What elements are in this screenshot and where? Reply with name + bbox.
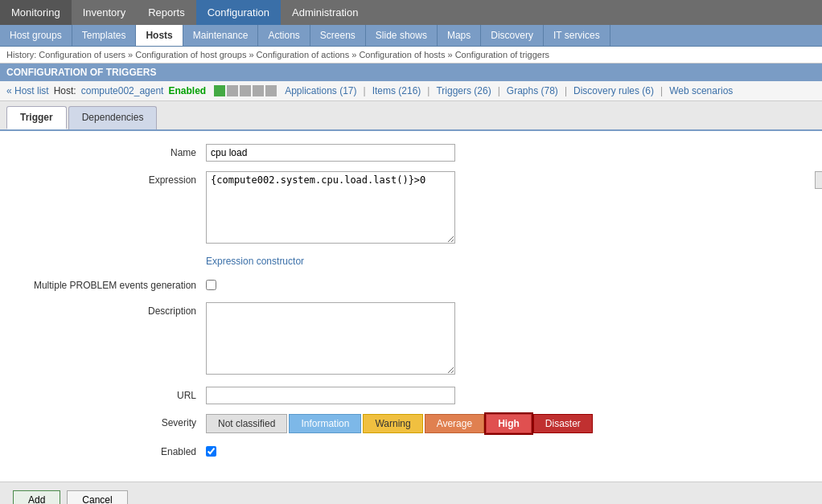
nav-reports[interactable]: Reports [137, 0, 196, 25]
nav-discovery[interactable]: Discovery [481, 25, 544, 46]
breadcrumb: History: Configuration of users » Config… [0, 47, 822, 64]
name-field [206, 144, 809, 162]
top-navigation: Monitoring Inventory Reports Configurati… [0, 0, 822, 25]
status-icon-4 [253, 85, 264, 96]
nav-it-services[interactable]: IT services [544, 25, 610, 46]
severity-label: Severity [13, 414, 206, 428]
nav-administration[interactable]: Administration [281, 0, 369, 25]
nav-inventory[interactable]: Inventory [72, 0, 137, 25]
expression-constructor-row: Expression constructor [13, 256, 809, 267]
expression-textarea[interactable]: {compute002.system.cpu.load.last()}>0 [206, 171, 455, 244]
name-row: Name [13, 144, 809, 162]
url-input[interactable] [206, 387, 455, 404]
web-scenarios-link[interactable]: Web scenarios [669, 85, 733, 96]
status-icon-5 [265, 85, 277, 96]
expression-add-button[interactable]: Add [815, 171, 822, 189]
name-input[interactable] [206, 144, 455, 162]
multiple-events-row: Multiple PROBLEM events generation [13, 277, 809, 293]
tab-trigger[interactable]: Trigger [6, 106, 67, 129]
nav-configuration[interactable]: Configuration [196, 0, 281, 25]
status-icon-3 [240, 85, 251, 96]
add-button[interactable]: Add [13, 490, 60, 504]
enabled-row: Enabled [13, 443, 809, 459]
severity-buttons: Not classified Information Warning Avera… [206, 414, 809, 433]
nav-actions[interactable]: Actions [258, 25, 310, 46]
config-header: CONFIGURATION OF TRIGGERS [0, 64, 822, 81]
nav-templates[interactable]: Templates [72, 25, 137, 46]
footer-bar: Add Cancel [0, 481, 822, 504]
severity-warning[interactable]: Warning [363, 414, 422, 433]
nav-maps[interactable]: Maps [438, 25, 481, 46]
nav-monitoring[interactable]: Monitoring [0, 0, 72, 25]
host-list-link[interactable]: « Host list [6, 85, 49, 96]
severity-high[interactable]: High [486, 414, 532, 433]
name-label: Name [13, 144, 206, 158]
nav-maintenance[interactable]: Maintenance [183, 25, 259, 46]
triggers-link[interactable]: Triggers (26) [436, 85, 491, 96]
status-icons [214, 85, 277, 96]
severity-disaster[interactable]: Disaster [533, 414, 593, 433]
description-row: Description [13, 302, 809, 377]
description-label: Description [13, 302, 206, 317]
expression-field: {compute002.system.cpu.load.last()}>0 Ad… [206, 171, 809, 246]
severity-not-classified[interactable]: Not classified [206, 414, 287, 433]
nav-host-groups[interactable]: Host groups [0, 25, 72, 46]
url-row: URL [13, 387, 809, 404]
second-navigation: Host groups Templates Hosts Maintenance … [0, 25, 822, 47]
severity-information[interactable]: Information [289, 414, 361, 433]
status-icon-1 [214, 85, 225, 96]
host-name-link[interactable]: compute002_agent [81, 85, 164, 96]
multiple-events-label: Multiple PROBLEM events generation [13, 277, 206, 291]
items-link[interactable]: Items (216) [372, 85, 421, 96]
expression-label: Expression [13, 171, 206, 186]
host-label: Host: [54, 85, 76, 96]
enabled-label: Enabled [13, 443, 206, 457]
expression-constructor-link[interactable]: Expression constructor [206, 256, 304, 267]
description-textarea[interactable] [206, 302, 455, 375]
main-content: Name Expression {compute002.system.cpu.l… [0, 131, 822, 481]
enabled-badge: Enabled [168, 85, 206, 96]
tab-dependencies[interactable]: Dependencies [68, 106, 158, 129]
severity-row: Severity Not classified Information Warn… [13, 414, 809, 433]
graphs-link[interactable]: Graphs (78) [507, 85, 558, 96]
tabs-container: Trigger Dependencies [0, 101, 822, 131]
expression-row: Expression {compute002.system.cpu.load.l… [13, 171, 809, 246]
nav-hosts[interactable]: Hosts [136, 25, 183, 46]
url-label: URL [13, 387, 206, 401]
nav-slide-shows[interactable]: Slide shows [366, 25, 438, 46]
cancel-button[interactable]: Cancel [67, 490, 127, 504]
tabs: Trigger Dependencies [6, 106, 816, 129]
discovery-rules-link[interactable]: Discovery rules (6) [573, 85, 654, 96]
enabled-checkbox[interactable] [206, 446, 216, 457]
multiple-events-checkbox[interactable] [206, 280, 216, 290]
applications-link[interactable]: Applications (17) [285, 85, 356, 96]
severity-average[interactable]: Average [425, 414, 484, 433]
nav-screens[interactable]: Screens [310, 25, 366, 46]
status-icon-2 [227, 85, 238, 96]
host-bar: « Host list Host: compute002_agent Enabl… [0, 81, 822, 101]
